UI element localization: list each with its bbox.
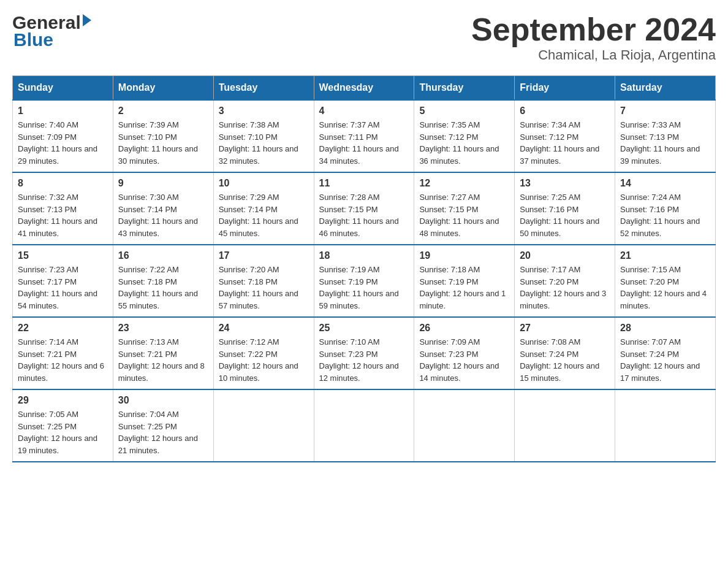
calendar-cell: 15 Sunrise: 7:23 AMSunset: 7:17 PMDaylig… <box>13 245 113 317</box>
day-number: 24 <box>219 323 309 334</box>
col-monday: Monday <box>113 76 213 101</box>
day-info: Sunrise: 7:19 AMSunset: 7:19 PMDaylight:… <box>319 265 399 310</box>
calendar-cell: 7 Sunrise: 7:33 AMSunset: 7:13 PMDayligh… <box>615 100 716 172</box>
day-info: Sunrise: 7:22 AMSunset: 7:18 PMDaylight:… <box>118 265 198 310</box>
col-friday: Friday <box>515 76 615 101</box>
calendar-cell: 27 Sunrise: 7:08 AMSunset: 7:24 PMDaylig… <box>515 317 615 389</box>
day-info: Sunrise: 7:24 AMSunset: 7:16 PMDaylight:… <box>620 193 700 238</box>
calendar-cell: 20 Sunrise: 7:17 AMSunset: 7:20 PMDaylig… <box>515 245 615 317</box>
day-number: 22 <box>18 323 108 334</box>
calendar-cell: 18 Sunrise: 7:19 AMSunset: 7:19 PMDaylig… <box>314 245 414 317</box>
col-wednesday: Wednesday <box>314 76 414 101</box>
col-thursday: Thursday <box>414 76 515 101</box>
day-number: 8 <box>18 178 108 189</box>
calendar-cell: 13 Sunrise: 7:25 AMSunset: 7:16 PMDaylig… <box>515 172 615 245</box>
day-info: Sunrise: 7:15 AMSunset: 7:20 PMDaylight:… <box>620 265 707 310</box>
day-info: Sunrise: 7:27 AMSunset: 7:15 PMDaylight:… <box>419 193 499 238</box>
calendar-cell <box>213 389 314 462</box>
day-number: 19 <box>419 250 509 261</box>
calendar-week-1: 1 Sunrise: 7:40 AMSunset: 7:09 PMDayligh… <box>13 100 716 172</box>
day-number: 1 <box>18 105 108 117</box>
day-number: 13 <box>520 178 610 189</box>
calendar-cell: 21 Sunrise: 7:15 AMSunset: 7:20 PMDaylig… <box>615 245 716 317</box>
page-title: September 2024 <box>471 12 716 47</box>
day-info: Sunrise: 7:12 AMSunset: 7:22 PMDaylight:… <box>219 337 298 383</box>
day-number: 21 <box>620 250 710 261</box>
title-section: September 2024 Chamical, La Rioja, Argen… <box>471 12 716 63</box>
logo: General Blue <box>12 12 91 50</box>
day-info: Sunrise: 7:10 AMSunset: 7:23 PMDaylight:… <box>319 337 399 383</box>
calendar-cell: 23 Sunrise: 7:13 AMSunset: 7:21 PMDaylig… <box>113 317 213 389</box>
day-number: 3 <box>219 105 309 117</box>
page-subtitle: Chamical, La Rioja, Argentina <box>471 47 716 63</box>
calendar-cell: 6 Sunrise: 7:34 AMSunset: 7:12 PMDayligh… <box>515 100 615 172</box>
calendar-cell <box>615 389 716 462</box>
calendar-cell: 3 Sunrise: 7:38 AMSunset: 7:10 PMDayligh… <box>213 100 314 172</box>
day-number: 6 <box>520 105 610 117</box>
day-number: 15 <box>18 250 108 261</box>
calendar-header-row: Sunday Monday Tuesday Wednesday Thursday… <box>13 76 716 101</box>
day-number: 27 <box>520 323 610 334</box>
day-number: 30 <box>118 395 208 406</box>
day-info: Sunrise: 7:38 AMSunset: 7:10 PMDaylight:… <box>219 120 298 166</box>
day-info: Sunrise: 7:14 AMSunset: 7:21 PMDaylight:… <box>18 337 104 383</box>
day-number: 16 <box>118 250 208 261</box>
calendar-cell: 22 Sunrise: 7:14 AMSunset: 7:21 PMDaylig… <box>13 317 113 389</box>
day-info: Sunrise: 7:28 AMSunset: 7:15 PMDaylight:… <box>319 193 399 238</box>
day-info: Sunrise: 7:13 AMSunset: 7:21 PMDaylight:… <box>118 337 205 383</box>
day-info: Sunrise: 7:18 AMSunset: 7:19 PMDaylight:… <box>419 265 506 310</box>
day-number: 23 <box>118 323 208 334</box>
calendar-cell: 4 Sunrise: 7:37 AMSunset: 7:11 PMDayligh… <box>314 100 414 172</box>
calendar-week-3: 15 Sunrise: 7:23 AMSunset: 7:17 PMDaylig… <box>13 245 716 317</box>
calendar-cell: 28 Sunrise: 7:07 AMSunset: 7:24 PMDaylig… <box>615 317 716 389</box>
calendar-week-2: 8 Sunrise: 7:32 AMSunset: 7:13 PMDayligh… <box>13 172 716 245</box>
calendar-cell: 16 Sunrise: 7:22 AMSunset: 7:18 PMDaylig… <box>113 245 213 317</box>
calendar-cell: 2 Sunrise: 7:39 AMSunset: 7:10 PMDayligh… <box>113 100 213 172</box>
day-number: 12 <box>419 178 509 189</box>
day-number: 11 <box>319 178 409 189</box>
day-info: Sunrise: 7:05 AMSunset: 7:25 PMDaylight:… <box>18 410 97 455</box>
calendar-cell: 12 Sunrise: 7:27 AMSunset: 7:15 PMDaylig… <box>414 172 515 245</box>
calendar-cell: 1 Sunrise: 7:40 AMSunset: 7:09 PMDayligh… <box>13 100 113 172</box>
day-info: Sunrise: 7:34 AMSunset: 7:12 PMDaylight:… <box>520 120 599 166</box>
day-number: 28 <box>620 323 710 334</box>
day-info: Sunrise: 7:08 AMSunset: 7:24 PMDaylight:… <box>520 337 599 383</box>
day-info: Sunrise: 7:37 AMSunset: 7:11 PMDaylight:… <box>319 120 399 166</box>
calendar-cell <box>414 389 515 462</box>
col-saturday: Saturday <box>615 76 716 101</box>
day-info: Sunrise: 7:30 AMSunset: 7:14 PMDaylight:… <box>118 193 198 238</box>
day-number: 29 <box>18 395 108 406</box>
col-sunday: Sunday <box>13 76 113 101</box>
day-info: Sunrise: 7:20 AMSunset: 7:18 PMDaylight:… <box>219 265 298 310</box>
calendar-cell <box>515 389 615 462</box>
day-number: 25 <box>319 323 409 334</box>
calendar-week-4: 22 Sunrise: 7:14 AMSunset: 7:21 PMDaylig… <box>13 317 716 389</box>
calendar-cell: 14 Sunrise: 7:24 AMSunset: 7:16 PMDaylig… <box>615 172 716 245</box>
day-number: 17 <box>219 250 309 261</box>
calendar-cell: 24 Sunrise: 7:12 AMSunset: 7:22 PMDaylig… <box>213 317 314 389</box>
day-info: Sunrise: 7:40 AMSunset: 7:09 PMDaylight:… <box>18 120 97 166</box>
day-info: Sunrise: 7:25 AMSunset: 7:16 PMDaylight:… <box>520 193 599 238</box>
col-tuesday: Tuesday <box>213 76 314 101</box>
day-number: 5 <box>419 105 509 117</box>
calendar-cell: 30 Sunrise: 7:04 AMSunset: 7:25 PMDaylig… <box>113 389 213 462</box>
day-info: Sunrise: 7:33 AMSunset: 7:13 PMDaylight:… <box>620 120 700 166</box>
calendar-cell: 19 Sunrise: 7:18 AMSunset: 7:19 PMDaylig… <box>414 245 515 317</box>
day-number: 14 <box>620 178 710 189</box>
calendar-cell: 10 Sunrise: 7:29 AMSunset: 7:14 PMDaylig… <box>213 172 314 245</box>
calendar-cell: 26 Sunrise: 7:09 AMSunset: 7:23 PMDaylig… <box>414 317 515 389</box>
calendar-cell: 11 Sunrise: 7:28 AMSunset: 7:15 PMDaylig… <box>314 172 414 245</box>
calendar-cell: 9 Sunrise: 7:30 AMSunset: 7:14 PMDayligh… <box>113 172 213 245</box>
day-info: Sunrise: 7:17 AMSunset: 7:20 PMDaylight:… <box>520 265 606 310</box>
day-info: Sunrise: 7:09 AMSunset: 7:23 PMDaylight:… <box>419 337 499 383</box>
calendar-cell: 5 Sunrise: 7:35 AMSunset: 7:12 PMDayligh… <box>414 100 515 172</box>
day-info: Sunrise: 7:07 AMSunset: 7:24 PMDaylight:… <box>620 337 700 383</box>
calendar-cell <box>314 389 414 462</box>
calendar-cell: 8 Sunrise: 7:32 AMSunset: 7:13 PMDayligh… <box>13 172 113 245</box>
day-number: 20 <box>520 250 610 261</box>
page-header: General Blue September 2024 Chamical, La… <box>12 12 716 63</box>
day-info: Sunrise: 7:29 AMSunset: 7:14 PMDaylight:… <box>219 193 298 238</box>
calendar-table: Sunday Monday Tuesday Wednesday Thursday… <box>12 75 716 462</box>
day-number: 7 <box>620 105 710 117</box>
day-number: 2 <box>118 105 208 117</box>
